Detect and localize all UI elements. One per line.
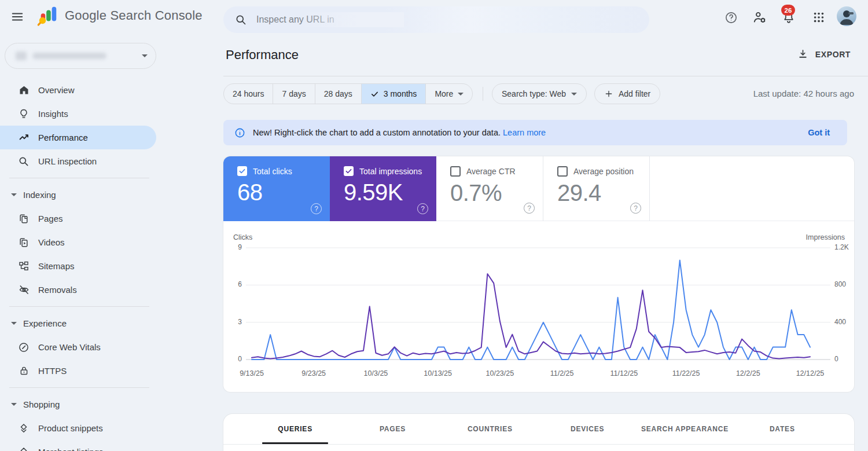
google-search-console-app: Google Search Console Inspect any URL in… [0, 0, 868, 451]
export-button[interactable]: EXPORT [797, 49, 851, 60]
speedometer-icon [17, 341, 30, 354]
chevron-down-icon [11, 322, 17, 325]
chevron-down-icon [571, 93, 577, 96]
total-clicks-value: 68 [237, 179, 330, 206]
sidebar-item-pages[interactable]: Pages [0, 207, 156, 230]
range-24-hours[interactable]: 24 hours [224, 84, 273, 104]
sidebar-item-overview[interactable]: Overview [0, 78, 156, 102]
videos-icon [17, 236, 30, 249]
gsc-logo-icon [37, 5, 59, 27]
sidebar-item-insights[interactable]: Insights [0, 102, 156, 126]
sidebar-item-https[interactable]: HTTPS [0, 359, 156, 383]
property-selector[interactable] [5, 43, 156, 69]
help-icon[interactable]: ? [524, 203, 535, 214]
sidebar-item-merchant-listings[interactable]: Merchant listings [0, 440, 156, 451]
got-it-button[interactable]: Got it [808, 128, 830, 137]
divider [483, 87, 483, 101]
search-type-dropdown[interactable]: Search type: Web [492, 83, 587, 104]
download-icon [797, 49, 808, 60]
lightbulb-icon [17, 108, 30, 120]
info-icon [234, 127, 245, 138]
tab-search-appearance[interactable]: SEARCH APPEARANCE [636, 414, 733, 444]
dimensions-card: QUERIES PAGES COUNTRIES DEVICES SEARCH A… [223, 414, 854, 451]
divider [9, 306, 149, 307]
divider [9, 178, 149, 178]
average-position-tile[interactable]: Average position 29.4 ? [543, 156, 649, 221]
date-range-control: 24 hours 7 days 28 days 3 months More [223, 83, 473, 104]
sidebar-item-url-inspection[interactable]: URL inspection [0, 149, 156, 173]
checkbox-checked[interactable] [237, 166, 247, 176]
sidebar-item-videos[interactable]: Videos [0, 230, 156, 254]
help-icon[interactable]: ? [311, 203, 322, 214]
sidebar-item-product-snippets[interactable]: Product snippets [0, 416, 156, 440]
tab-countries[interactable]: COUNTRIES [442, 414, 539, 444]
notification-badge: 26 [781, 5, 795, 16]
range-7-days[interactable]: 7 days [273, 84, 315, 104]
sidebar-item-removals[interactable]: Removals [0, 278, 156, 302]
gsc-logo[interactable]: Google Search Console [37, 5, 203, 27]
checkbox-unchecked[interactable] [450, 166, 461, 177]
add-filter-button[interactable]: Add filter [594, 83, 660, 104]
sitemaps-icon [17, 260, 30, 273]
layers-diamond-icon [17, 422, 30, 435]
main-content: Performance EXPORT 24 hours 7 days 28 da… [223, 0, 854, 451]
divider [9, 387, 149, 388]
chevron-down-icon [11, 193, 17, 196]
metric-tiles: Total clicks 68 ? Total impressions 9.59… [223, 156, 854, 221]
filter-bar: 24 hours 7 days 28 days 3 months More Se… [223, 83, 854, 105]
search-icon [17, 155, 30, 168]
eye-off-icon [17, 284, 30, 296]
check-icon [370, 90, 379, 98]
chevron-down-icon [142, 54, 148, 57]
plus-icon [604, 89, 613, 98]
sidebar-item-sitemaps[interactable]: Sitemaps [0, 254, 156, 278]
performance-chart[interactable]: Clicks Impressions 9630 1.2K8004000 9/13… [223, 229, 854, 392]
checkbox-unchecked[interactable] [557, 166, 568, 177]
sidebar-section-experience[interactable]: Experience [0, 311, 162, 335]
average-ctr-tile[interactable]: Average CTR 0.7% ? [436, 156, 543, 221]
sidebar-item-core-web-vitals[interactable]: Core Web Vitals [0, 335, 156, 359]
tab-dates[interactable]: DATES [734, 414, 831, 444]
range-28-days[interactable]: 28 days [315, 84, 362, 104]
logo-text: Google Search Console [65, 8, 203, 23]
help-icon[interactable]: ? [417, 203, 428, 214]
tab-queries[interactable]: QUERIES [247, 414, 344, 444]
pages-icon [17, 212, 30, 225]
home-icon [17, 84, 30, 97]
performance-card: Total clicks 68 ? Total impressions 9.59… [223, 156, 854, 392]
sidebar: Overview Insights Performance URL inspec… [0, 78, 162, 451]
dimension-tabs: QUERIES PAGES COUNTRIES DEVICES SEARCH A… [223, 414, 854, 445]
range-more[interactable]: More [426, 84, 472, 104]
learn-more-link[interactable]: Learn more [503, 128, 546, 137]
sidebar-item-performance[interactable]: Performance [0, 126, 156, 149]
sidebar-section-indexing[interactable]: Indexing [0, 183, 162, 207]
property-name-redacted [16, 52, 142, 60]
annotation-banner: New! Right-click the chart to add a cust… [223, 120, 847, 145]
total-impressions-value: 9.59K [344, 179, 436, 206]
last-update-text: Last update: 42 hours ago [753, 89, 854, 98]
total-impressions-tile[interactable]: Total impressions 9.59K ? [330, 156, 436, 221]
help-icon[interactable]: ? [630, 203, 641, 214]
chart-plot[interactable] [246, 248, 830, 360]
trend-icon [17, 131, 30, 144]
sidebar-section-shopping[interactable]: Shopping [0, 393, 162, 416]
range-3-months[interactable]: 3 months [362, 84, 426, 104]
left-axis-title: Clicks [233, 233, 252, 241]
total-clicks-tile[interactable]: Total clicks 68 ? [223, 156, 330, 221]
chevron-down-icon [458, 93, 464, 96]
checkbox-checked[interactable] [344, 166, 354, 176]
menu-icon[interactable] [8, 8, 27, 26]
layers-diamond-icon [17, 446, 30, 451]
lock-icon [17, 365, 30, 377]
right-axis-title: Impressions [806, 233, 845, 241]
tab-devices[interactable]: DEVICES [539, 414, 636, 444]
tile-filler [649, 156, 854, 221]
banner-message: New! Right-click the chart to add a cust… [253, 128, 546, 137]
page-title: Performance [226, 47, 299, 63]
tab-pages[interactable]: PAGES [344, 414, 441, 444]
chevron-down-icon [11, 403, 17, 406]
